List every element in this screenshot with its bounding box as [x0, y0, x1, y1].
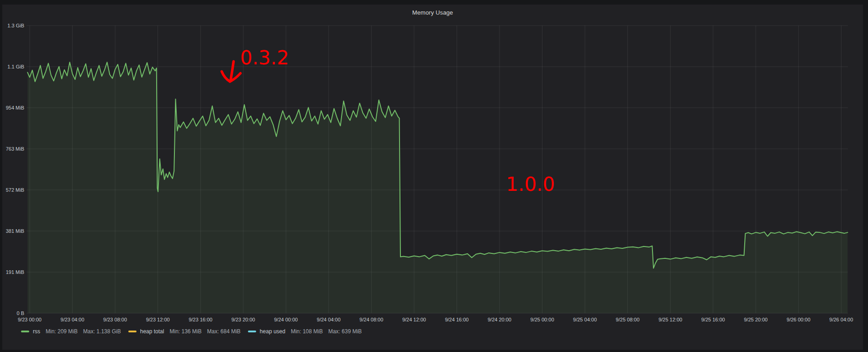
y-tick-label: 191 MiB [1, 269, 24, 275]
x-tick-label: 9/24 08:00 [350, 317, 393, 323]
y-tick-label: 1.3 GiB [1, 23, 24, 29]
x-tick-label: 9/25 08:00 [606, 317, 649, 323]
rss-min-stat: Min: 209 MiB [46, 328, 78, 335]
rss-series-label[interactable]: rss [33, 328, 40, 335]
y-tick-label: 763 MiB [1, 146, 24, 152]
x-tick-label: 9/23 08:00 [94, 317, 137, 323]
x-tick-label: 9/24 00:00 [264, 317, 307, 323]
x-tick-label: 9/25 12:00 [649, 317, 692, 323]
legend: rss Min: 209 MiB Max: 1.138 GiB heap tot… [21, 328, 362, 335]
x-tick-label: 9/25 16:00 [692, 317, 735, 323]
heap-total-min-stat: Min: 136 MiB [169, 328, 201, 335]
annotation-0-3-2: 0.3.2 [240, 46, 289, 68]
rss-max-stat: Max: 1.138 GiB [83, 328, 121, 335]
chart-canvas [0, 0, 868, 352]
legend-item-heap-total: heap total Min: 136 MiB Max: 684 MiB [128, 328, 241, 335]
y-tick-label: 0 B [1, 310, 24, 316]
heap-total-series-swatch [128, 331, 137, 332]
y-tick-label: 954 MiB [1, 105, 24, 111]
x-tick-label: 9/24 12:00 [393, 317, 436, 323]
x-tick-label: 9/25 20:00 [734, 317, 777, 323]
x-tick-label: 9/25 00:00 [521, 317, 564, 323]
x-tick-label: 9/23 16:00 [179, 317, 222, 323]
annotation-1-0-0: 1.0.0 [506, 173, 555, 195]
annotation-0-3-2-text: 0.3.2 [240, 46, 289, 68]
x-tick-label: 9/24 16:00 [435, 317, 478, 323]
heap-total-max-stat: Max: 684 MiB [207, 328, 241, 335]
heap-used-min-stat: Min: 108 MiB [291, 328, 323, 335]
x-tick-label: 9/26 00:00 [777, 317, 820, 323]
x-tick-label: 9/23 00:00 [8, 317, 51, 323]
x-tick-label: 9/26 04:00 [820, 317, 863, 323]
legend-item-heap-used: heap used Min: 108 MiB Max: 639 MiB [248, 328, 362, 335]
y-tick-label: 572 MiB [1, 187, 24, 193]
x-tick-label: 9/23 12:00 [137, 317, 179, 323]
x-tick-label: 9/23 20:00 [222, 317, 265, 323]
plot-area[interactable] [26, 26, 848, 313]
annotation-1-0-0-text: 1.0.0 [506, 173, 555, 195]
heap-used-series-swatch [248, 331, 256, 332]
x-tick-label: 9/24 20:00 [478, 317, 521, 323]
y-tick-label: 381 MiB [1, 228, 24, 234]
rss-series-swatch [21, 331, 29, 332]
legend-item-rss: rss Min: 209 MiB Max: 1.138 GiB [21, 328, 121, 335]
heap-used-max-stat: Max: 639 MiB [328, 328, 362, 335]
x-tick-label: 9/24 04:00 [307, 317, 350, 323]
panel-header: Memory Usage [2, 5, 863, 20]
y-tick-label: 1.1 GiB [1, 64, 24, 70]
x-tick-label: 9/23 04:00 [51, 317, 94, 323]
x-tick-label: 9/25 04:00 [563, 317, 606, 323]
heap-total-series-label[interactable]: heap total [140, 328, 164, 335]
panel-title[interactable]: Memory Usage [412, 9, 453, 16]
red-down-arrow-icon [219, 58, 246, 85]
heap-used-series-label[interactable]: heap used [260, 328, 285, 335]
